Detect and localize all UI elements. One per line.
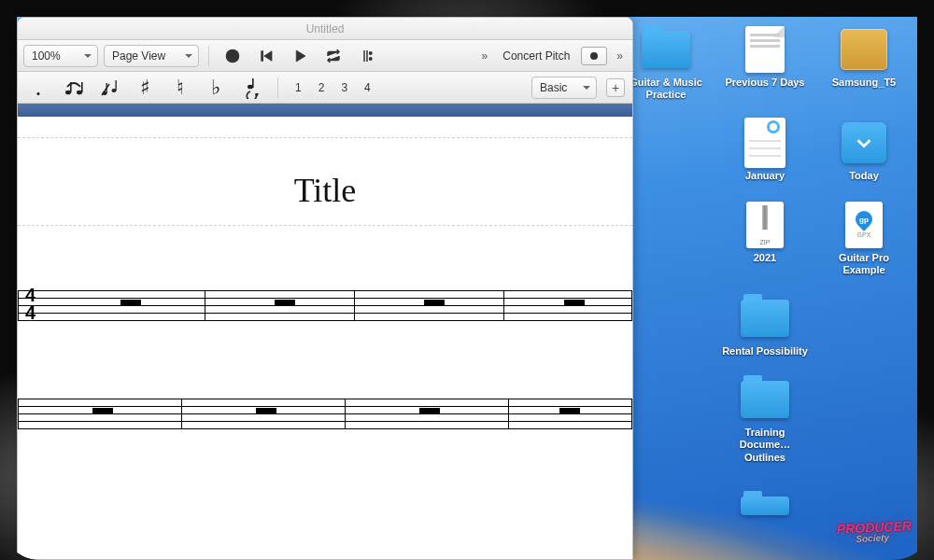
svg-point-4 — [229, 57, 231, 59]
svg-rect-6 — [262, 50, 263, 61]
svg-rect-23 — [252, 78, 254, 88]
voice-2-button[interactable]: 2 — [315, 81, 329, 94]
desktop-folder-partial[interactable] — [719, 484, 811, 527]
concert-pitch-toggle[interactable]: Concert Pitch — [497, 49, 575, 63]
voice-1-button[interactable]: 1 — [291, 81, 305, 94]
frame-boundary-top — [18, 137, 632, 138]
whole-rest-icon[interactable] — [275, 300, 295, 305]
flat-button[interactable]: ♭ — [203, 75, 229, 101]
document-icon — [745, 26, 785, 73]
svg-point-5 — [234, 57, 236, 59]
repeat-bar-button[interactable] — [353, 44, 381, 68]
desktop-icon-label: January — [745, 170, 785, 182]
svg-point-1 — [232, 50, 234, 52]
desktop-archive-2021[interactable]: ZIP 2021 — [719, 203, 811, 276]
desktop-icon-label: Samsung_T5 — [832, 77, 896, 89]
desktop-file-january[interactable]: January — [719, 121, 811, 182]
whole-rest-icon[interactable] — [92, 408, 113, 413]
view-mode-select[interactable]: Page View — [104, 45, 199, 67]
window-title: Untitled — [306, 22, 345, 35]
svg-rect-16 — [81, 82, 83, 92]
folder-icon — [741, 300, 789, 337]
title-frame[interactable]: Title — [18, 117, 632, 238]
desktop-folder-today[interactable]: Today — [818, 121, 910, 182]
desktop-folder-rental-possibility[interactable]: Rental Possibility — [719, 297, 811, 357]
musescore-window: Untitled 100% Page View » Concert Pi — [17, 17, 633, 560]
voice-4-button[interactable]: 4 — [361, 81, 375, 94]
dot-duration-button[interactable]: . — [25, 75, 51, 101]
voice-3-button[interactable]: 3 — [337, 81, 351, 94]
staff-system-2[interactable] — [18, 387, 632, 440]
svg-point-2 — [229, 53, 231, 55]
desktop-icon-label: 2021 — [754, 252, 776, 264]
toolbar-separator — [208, 46, 209, 66]
whole-rest-icon[interactable] — [564, 300, 585, 305]
midi-input-button[interactable] — [219, 44, 247, 68]
svg-marker-7 — [264, 50, 272, 61]
time-signature[interactable]: 44 — [25, 287, 35, 322]
overflow-chevron-icon[interactable]: » — [613, 49, 627, 63]
svg-point-11 — [370, 51, 372, 53]
frame-boundary-bottom — [18, 225, 632, 226]
dropdown-folder-icon — [842, 122, 886, 163]
desktop-icon-label: Guitar & Music Practice — [620, 77, 712, 101]
desktop-icon-label: Today — [849, 170, 879, 182]
overflow-chevron-icon[interactable]: » — [478, 49, 492, 63]
toolbar-notation: . ♯ ♮ ♭ 1 2 3 4 Basic + — [18, 72, 632, 104]
window-titlebar[interactable]: Untitled — [18, 18, 632, 40]
folder-icon — [741, 381, 789, 418]
desktop-icon-label: Rental Possibility — [722, 345, 808, 357]
zoom-select[interactable]: 100% — [23, 45, 98, 67]
desktop-folder-guitar-music[interactable]: Guitar & Music Practice — [620, 28, 712, 101]
whole-rest-icon[interactable] — [419, 408, 440, 413]
desktop-icon-label: Training Docume…Outlines — [719, 427, 811, 464]
whole-rest-icon[interactable] — [559, 408, 580, 413]
whole-rest-icon[interactable] — [424, 300, 445, 305]
natural-button[interactable]: ♮ — [167, 75, 193, 101]
gpx-file-icon: GPX — [845, 202, 883, 248]
selection-bar — [18, 104, 632, 117]
score-page[interactable]: Title 44 — [18, 117, 632, 559]
calendar-doc-icon — [744, 118, 785, 168]
rewind-button[interactable] — [252, 44, 280, 68]
sharp-button[interactable]: ♯ — [132, 75, 158, 101]
grace-note-button[interactable] — [96, 75, 122, 101]
image-capture-button[interactable] — [581, 47, 607, 65]
flip-stem-button[interactable] — [238, 75, 264, 101]
tie-button[interactable] — [61, 75, 87, 101]
loop-button[interactable] — [319, 44, 347, 68]
folder-icon — [642, 31, 690, 68]
desktop-icon-label: Guitar Pro Example — [818, 252, 910, 276]
desktop-folder-training-docs[interactable]: Training Docume…Outlines — [719, 378, 811, 464]
zip-archive-icon: ZIP — [746, 202, 784, 248]
score-viewport[interactable]: Title 44 — [18, 104, 632, 559]
desktop-icon-grid: Guitar & Music Practice Previous 7 Days … — [620, 28, 910, 527]
score-title-text[interactable]: Title — [18, 171, 632, 210]
desktop-file-guitarpro-example[interactable]: GPX Guitar Pro Example — [818, 203, 910, 276]
whole-rest-icon[interactable] — [256, 408, 276, 413]
toolbar-separator — [277, 77, 278, 98]
add-workspace-button[interactable]: + — [606, 78, 625, 97]
whole-rest-icon[interactable] — [120, 300, 141, 305]
folder-icon — [741, 497, 789, 515]
camera-icon — [590, 52, 598, 60]
svg-point-12 — [370, 57, 372, 59]
workspace-select[interactable]: Basic — [531, 77, 597, 99]
screen-frame: Guitar & Music Practice Previous 7 Days … — [0, 0, 934, 560]
desktop-file-previous7days[interactable]: Previous 7 Days — [719, 28, 811, 101]
external-drive-icon — [841, 29, 887, 70]
desktop-icon-label: Previous 7 Days — [726, 77, 805, 89]
toolbar-primary: 100% Page View » Concert Pitch » — [18, 40, 632, 72]
staff-system-1[interactable]: 44 — [18, 279, 632, 331]
svg-rect-20 — [116, 80, 117, 91]
desktop-drive-samsung-t5[interactable]: Samsung_T5 — [818, 28, 910, 101]
play-button[interactable] — [286, 44, 314, 68]
svg-marker-8 — [296, 50, 305, 62]
svg-point-3 — [235, 53, 237, 55]
